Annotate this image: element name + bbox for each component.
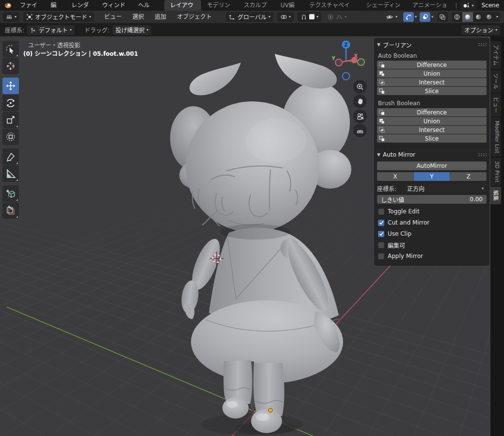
object-mode-icon <box>26 14 33 20</box>
cursor-transform-icon <box>30 27 37 33</box>
axis-y-button[interactable]: Y <box>414 172 451 181</box>
tool-annotate[interactable] <box>2 148 19 165</box>
tool-select-box[interactable] <box>2 41 19 57</box>
zoom-button[interactable] <box>353 80 367 94</box>
scene-selector[interactable]: ▾ <box>460 0 476 10</box>
chevron-down-icon[interactable]: ▾ <box>431 15 433 19</box>
shading-rendered-button[interactable] <box>484 12 494 22</box>
orientation-axes-icon <box>229 14 236 20</box>
checkbox-editable[interactable]: 編集可 <box>378 241 487 249</box>
viewport-3d[interactable]: Z Y X ユーザー・透視投影 (0) シーンコレクション | 05.foot.… <box>0 36 504 436</box>
panel-grip-icon[interactable] <box>478 153 487 157</box>
brush-boolean-difference-button[interactable]: Difference <box>377 108 487 116</box>
camera-view-button[interactable] <box>353 110 367 123</box>
panel-boolean-header[interactable]: ▼ ブーリアン <box>377 40 487 49</box>
brush-boolean-slice-button[interactable]: Slice <box>377 134 487 143</box>
chevron-down-icon: ▾ <box>146 28 148 32</box>
editor-type-selector[interactable]: ▾ <box>3 12 19 22</box>
menu-select[interactable]: 選択 <box>127 12 149 22</box>
threshold-value: 0.00 <box>470 196 483 203</box>
xray-toggle[interactable] <box>437 12 448 22</box>
show-gizmo-toggle[interactable] <box>403 12 414 22</box>
object-visibility-control[interactable]: ▾ <box>383 12 400 22</box>
brush-boolean-union-button[interactable]: Union <box>377 117 487 125</box>
pivot-point-selector[interactable]: ▾ <box>277 12 294 22</box>
tool-add-primitive[interactable] <box>2 185 19 202</box>
workspace-tab-uv[interactable]: UV編集 <box>275 0 303 11</box>
menu-window[interactable]: ウィンドウ <box>97 0 133 11</box>
menu-help[interactable]: ヘルプ <box>133 0 158 11</box>
chevron-down-icon[interactable]: ▾ <box>494 15 500 19</box>
gizmo-y-pos-axis[interactable] <box>358 59 364 65</box>
blender-logo-icon[interactable] <box>4 1 12 9</box>
sidebar-tab-tool[interactable]: ツール <box>490 70 501 93</box>
snapping-control[interactable]: ▾ <box>298 12 321 22</box>
sidebar-tab-3d-print[interactable]: 3D Print <box>490 158 501 186</box>
checkbox-use-clip[interactable]: Use Clip <box>378 230 487 238</box>
auto-boolean-union-button[interactable]: Union <box>377 69 487 78</box>
checkbox-label: Apply Mirror <box>388 253 423 259</box>
panel-grip-icon[interactable] <box>478 43 487 47</box>
tool-measure[interactable] <box>2 165 19 182</box>
menu-edit[interactable]: 編集 <box>46 0 66 11</box>
shading-material-button[interactable] <box>473 12 484 22</box>
menu-file[interactable]: ファイル <box>15 0 46 11</box>
tool-scale[interactable] <box>2 112 19 128</box>
threshold-slider[interactable]: しきい値 0.00 <box>377 195 487 204</box>
mirror-orientation-dropdown[interactable]: 正方向 ▾ <box>404 184 487 193</box>
workspace-tab-shading[interactable]: シェーディング <box>360 0 407 11</box>
auto-boolean-intersect-button[interactable]: Intersect <box>377 78 487 86</box>
axis-x-button[interactable]: X <box>377 172 414 181</box>
tool-move[interactable] <box>2 78 19 94</box>
workspace-tab-layout[interactable]: レイアウト <box>164 0 201 11</box>
perspective-toggle-button[interactable] <box>353 124 367 137</box>
active-object-overlay: (0) シーンコレクション | 05.foot.w.001 <box>23 49 138 57</box>
gizmo-y-neg-axis[interactable] <box>335 59 342 66</box>
chevron-down-icon: ▾ <box>316 15 318 19</box>
menu-object[interactable]: オブジェクト <box>172 12 217 22</box>
menu-render[interactable]: レンダー <box>66 0 97 11</box>
checkbox-toggle-edit[interactable]: Toggle Edit <box>378 208 487 215</box>
sidebar-tab-item[interactable]: アイテム <box>490 41 501 69</box>
shading-wireframe-button[interactable] <box>452 12 462 22</box>
scene-name-field[interactable]: Scene <box>476 2 504 9</box>
checkbox-icon <box>378 242 384 248</box>
coord-system-selector[interactable]: デフォルト ▾ <box>27 25 75 35</box>
transform-orientation-selector[interactable]: グローバル ▾ <box>226 12 273 22</box>
drag-mode-selector[interactable]: 投げ縄選択 ▾ <box>112 25 151 35</box>
workspace-tab-animation[interactable]: アニメーション <box>407 0 453 11</box>
menu-view[interactable]: ビュー <box>99 12 127 22</box>
checkbox-apply-mirror[interactable]: Apply Mirror <box>378 252 487 260</box>
tool-rotate[interactable] <box>2 95 19 111</box>
automirror-apply-button[interactable]: AutoMirror <box>377 161 487 170</box>
sidebar-tab-modifier-list[interactable]: Modifier List <box>490 117 501 157</box>
scene-icon <box>463 2 470 9</box>
options-button[interactable]: オプション ▾ <box>461 25 500 35</box>
leg-right <box>253 363 284 416</box>
chevron-down-icon[interactable]: ▾ <box>415 15 417 19</box>
workspace-tab-modeling[interactable]: モデリング <box>201 0 238 11</box>
button-label: Union <box>377 118 487 125</box>
auto-boolean-slice-button[interactable]: Slice <box>377 87 487 95</box>
axis-z-button[interactable]: Z <box>450 172 487 181</box>
brush-boolean-intersect-button[interactable]: Intersect <box>377 126 487 134</box>
workspace-tab-sculpting[interactable]: スカルプト <box>238 0 275 11</box>
viewport-editor-icon <box>6 14 13 20</box>
sidebar-tab-edit[interactable]: 編集 <box>490 187 501 204</box>
checkbox-cut-and-mirror[interactable]: Cut and Mirror <box>378 219 487 226</box>
panel-automirror-header[interactable]: ▼ Auto Mirror <box>377 150 487 160</box>
pan-button[interactable] <box>353 95 367 108</box>
sidebar-tab-view[interactable]: ビュー <box>490 94 501 116</box>
options-label: オプション <box>464 26 493 34</box>
menu-add[interactable]: 追加 <box>149 12 172 22</box>
show-overlays-toggle[interactable] <box>420 12 430 22</box>
shading-solid-button[interactable] <box>462 12 473 22</box>
auto-boolean-difference-button[interactable]: Difference <box>377 61 487 69</box>
top-menu-bar: ファイル 編集 レンダー ウィンドウ ヘルプ レイアウト モデリング スカルプト… <box>0 0 504 11</box>
tool-boolean-cut[interactable] <box>2 202 19 219</box>
workspace-tab-texture-paint[interactable]: テクスチャペイント <box>303 0 360 11</box>
tool-3d-cursor[interactable] <box>2 58 19 74</box>
tool-transform[interactable] <box>2 129 19 145</box>
proportional-editing-control[interactable]: ▾ <box>324 12 349 22</box>
mode-selector[interactable]: オブジェクトモード ▾ <box>23 12 94 22</box>
